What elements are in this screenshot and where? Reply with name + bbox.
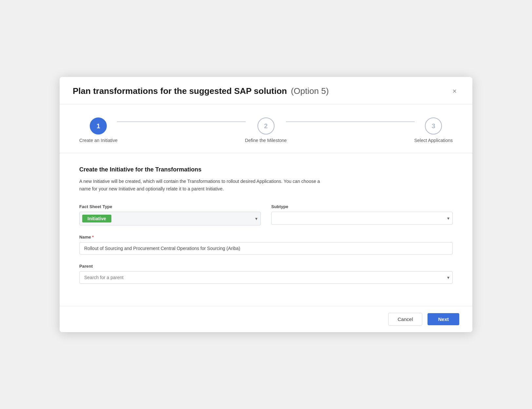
next-button[interactable]: Next	[428, 313, 459, 325]
form-row-1: Fact Sheet Type Initiative ▾ Subtype ▾	[79, 204, 453, 225]
fact-sheet-type-group: Fact Sheet Type Initiative ▾	[79, 204, 261, 225]
modal-title-option: (Option 5)	[291, 86, 329, 96]
close-button[interactable]: ×	[450, 86, 459, 96]
name-label: Name*	[79, 235, 453, 240]
connector-2-3	[286, 121, 415, 122]
section-title: Create the Initiative for the Transforma…	[79, 166, 453, 173]
fact-sheet-type-display[interactable]: Initiative	[79, 212, 261, 225]
parent-group: Parent ▾	[79, 264, 453, 284]
stepper-section: 1 Create an Initiative 2 Define the Mile…	[60, 104, 472, 153]
step-3-circle: 3	[425, 117, 442, 134]
parent-label: Parent	[79, 264, 453, 269]
step-2: 2 Define the Milestone	[245, 117, 287, 143]
parent-search-container: ▾	[79, 271, 453, 284]
step-2-circle: 2	[257, 117, 275, 134]
subtype-select[interactable]	[271, 212, 453, 225]
name-group: Name*	[79, 235, 453, 255]
section-description: A new Initiative will be created, which …	[79, 178, 328, 192]
modal-header: Plan transformations for the suggested S…	[60, 77, 472, 104]
name-input[interactable]	[79, 242, 453, 255]
form-row-2: Name*	[79, 235, 453, 255]
modal-title-bold: Plan transformations for the suggested S…	[73, 86, 287, 96]
fact-sheet-type-label: Fact Sheet Type	[79, 204, 261, 209]
subtype-label: Subtype	[271, 204, 453, 209]
step-1: 1 Create an Initiative	[79, 117, 118, 143]
step-3-label: Select Applications	[414, 138, 453, 143]
step-2-label: Define the Milestone	[245, 138, 287, 143]
parent-search-input[interactable]	[79, 271, 453, 284]
name-required-star: *	[92, 235, 94, 240]
modal-title-group: Plan transformations for the suggested S…	[73, 86, 329, 96]
step-1-label: Create an Initiative	[79, 138, 118, 143]
cancel-button[interactable]: Cancel	[388, 313, 423, 326]
step-1-circle: 1	[90, 117, 107, 134]
subtype-group: Subtype ▾	[271, 204, 453, 225]
modal-footer: Cancel Next	[60, 306, 472, 332]
modal-content: Create the Initiative for the Transforma…	[60, 153, 472, 306]
stepper: 1 Create an Initiative 2 Define the Mile…	[79, 117, 453, 143]
step-3: 3 Select Applications	[414, 117, 453, 143]
form-row-3: Parent ▾	[79, 264, 453, 284]
modal-container: Plan transformations for the suggested S…	[60, 77, 472, 332]
fact-sheet-type-select-container[interactable]: Initiative ▾	[79, 212, 261, 225]
connector-1-2	[117, 121, 246, 122]
initiative-badge: Initiative	[82, 215, 111, 222]
